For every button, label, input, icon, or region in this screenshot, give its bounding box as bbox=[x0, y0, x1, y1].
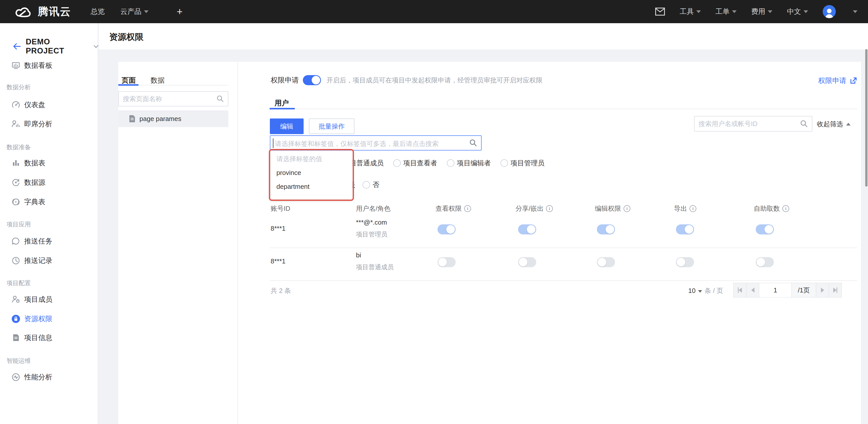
sidebar-item-data-tables[interactable]: 数据表 bbox=[0, 158, 98, 169]
row2-toggle-selfservice[interactable] bbox=[756, 257, 774, 267]
info-icon[interactable] bbox=[464, 205, 471, 212]
user-search-input[interactable] bbox=[699, 116, 793, 131]
permission-request-link[interactable]: 权限申请 bbox=[818, 76, 858, 85]
user-avatar[interactable] bbox=[823, 5, 836, 18]
tab-users[interactable]: 用户 bbox=[275, 98, 289, 108]
search-icon[interactable] bbox=[216, 95, 224, 103]
row2-toggle-edit[interactable] bbox=[597, 257, 615, 267]
collapse-filter-button[interactable]: 收起筛选 bbox=[817, 120, 850, 129]
dropdown-option-province[interactable]: province bbox=[271, 166, 352, 180]
search-icon[interactable] bbox=[800, 119, 808, 128]
mail-icon[interactable] bbox=[655, 7, 665, 16]
sidebar-item-dashboards[interactable]: 仪表盘 bbox=[0, 99, 98, 110]
radio-icon[interactable] bbox=[363, 181, 370, 189]
sidebar-section-project-apps: 项目应用 bbox=[6, 221, 31, 228]
info-icon[interactable] bbox=[624, 205, 630, 212]
info-icon[interactable] bbox=[782, 205, 789, 212]
chevron-up-icon bbox=[846, 123, 850, 125]
role-option[interactable]: 项目编辑者 bbox=[447, 159, 491, 168]
row2-toggle-view[interactable] bbox=[437, 257, 456, 267]
external-link-icon bbox=[849, 77, 858, 85]
nav-add-tab-button[interactable]: + bbox=[177, 6, 183, 18]
tab-data[interactable]: 数据 bbox=[151, 76, 165, 85]
first-page-button[interactable] bbox=[733, 283, 746, 298]
radio-icon[interactable] bbox=[500, 159, 508, 167]
permission-request-desc: 开启后，项目成员可在项目中发起权限申请，经管理员审批可开启对应权限 bbox=[327, 76, 542, 85]
sidebar-item-dictionary-tables[interactable]: 字典表 bbox=[0, 196, 98, 207]
info-icon[interactable] bbox=[689, 205, 696, 212]
page-size-select[interactable]: 10 条 / 页 bbox=[688, 286, 723, 295]
page-number-input[interactable] bbox=[759, 286, 792, 294]
row2-toggle-share[interactable] bbox=[518, 257, 536, 267]
permission-request-label: 权限申请 bbox=[271, 75, 299, 85]
prev-page-button[interactable] bbox=[746, 283, 759, 298]
last-page-button[interactable] bbox=[829, 283, 842, 298]
sidebar-item-project-info[interactable]: 项目信息 bbox=[0, 332, 98, 343]
tab-pages[interactable]: 页面 bbox=[122, 76, 136, 85]
row1-toggle-export[interactable] bbox=[676, 224, 694, 234]
next-page-button[interactable] bbox=[816, 283, 829, 298]
row1-toggle-view[interactable] bbox=[437, 224, 456, 234]
sidebar-item-data-sources[interactable]: 数据源 bbox=[0, 177, 98, 188]
nav-ticket[interactable]: 工单 bbox=[715, 7, 737, 17]
sidebar-section-ops: 智能运维 bbox=[6, 357, 31, 365]
scrollbar-thumb[interactable] bbox=[865, 49, 868, 187]
sidebar-item-dashboard[interactable]: 数据看板 bbox=[0, 60, 98, 71]
sidebar-item-resource-permissions[interactable]: 资源权限 bbox=[0, 313, 98, 324]
prev-page-icon bbox=[751, 288, 754, 293]
row2-toggle-export[interactable] bbox=[676, 257, 694, 267]
page-doc-icon bbox=[128, 115, 136, 123]
row1-toggle-share[interactable] bbox=[518, 224, 536, 234]
app-root: 腾讯云 总览 云产品 + 工具 工单 费用 中文 bbox=[0, 0, 868, 424]
page-title: 资源权限 bbox=[109, 31, 144, 43]
main-panel: 页面 数据 page parames 权限申请 开启后，项目成员可在项目中发起权… bbox=[118, 62, 861, 424]
page-header: 资源权限 bbox=[99, 23, 868, 50]
radio-icon[interactable] bbox=[393, 159, 401, 167]
row2-account-id: 8***1 bbox=[271, 257, 285, 265]
chevron-down-icon[interactable] bbox=[853, 10, 858, 13]
sidebar-item-push-records[interactable]: 推送记录 bbox=[0, 255, 98, 266]
tag-select-input[interactable]: 请选择标签和标签值，仅标签值可多选，最后请点击搜索 bbox=[270, 135, 482, 150]
nav-overview[interactable]: 总览 bbox=[91, 7, 105, 17]
sidebar-item-project-members[interactable]: 项目成员 bbox=[0, 294, 98, 305]
sidebar-section-data-prep: 数据准备 bbox=[6, 143, 31, 151]
page-list-item[interactable]: page parames bbox=[118, 110, 228, 127]
search-icon[interactable] bbox=[469, 139, 477, 147]
chat-bubble-icon bbox=[11, 236, 21, 246]
chevron-down-icon[interactable] bbox=[94, 43, 98, 48]
member-icon bbox=[11, 295, 21, 304]
edit-button[interactable]: 编辑 bbox=[270, 118, 304, 134]
back-arrow-icon[interactable] bbox=[12, 42, 21, 51]
sidebar-item-push-tasks[interactable]: 推送任务 bbox=[0, 236, 98, 247]
info-icon[interactable] bbox=[546, 205, 553, 212]
nav-language[interactable]: 中文 bbox=[787, 7, 808, 17]
next-page-icon bbox=[821, 288, 824, 293]
project-switcher[interactable]: DEMO PROJECT bbox=[12, 37, 98, 55]
row1-toggle-edit[interactable] bbox=[597, 224, 615, 234]
sidebar-section-data-analysis: 数据分析 bbox=[6, 83, 31, 91]
batch-operation-button[interactable]: 批量操作 bbox=[309, 118, 354, 134]
tencent-cloud-logo[interactable]: 腾讯云 bbox=[13, 4, 71, 19]
row1-toggle-selfservice[interactable] bbox=[756, 224, 774, 234]
page-search-input[interactable] bbox=[123, 92, 210, 106]
user-active-tab-indicator bbox=[270, 108, 295, 109]
dropdown-option-department[interactable]: department bbox=[271, 180, 352, 194]
nav-billing[interactable]: 费用 bbox=[751, 7, 772, 17]
sidebar-section-project-config: 项目配置 bbox=[6, 279, 31, 287]
active-tab-indicator bbox=[118, 84, 138, 86]
role-option[interactable]: 项目查看者 bbox=[393, 159, 437, 168]
row2-role: 项目普通成员 bbox=[356, 263, 394, 271]
row1-account-id: 8***1 bbox=[271, 225, 285, 232]
role-option[interactable]: 项目管理员 bbox=[500, 159, 545, 168]
permission-request-toggle[interactable] bbox=[303, 75, 321, 85]
nav-products[interactable]: 云产品 bbox=[120, 7, 149, 17]
nav-tools[interactable]: 工具 bbox=[680, 7, 701, 17]
history-icon bbox=[11, 256, 21, 265]
sidebar-item-performance-analysis[interactable]: 性能分析 bbox=[0, 372, 98, 383]
radio-icon[interactable] bbox=[447, 159, 455, 167]
col-header-view-permission: 查看权限 bbox=[435, 204, 471, 213]
last-page-icon bbox=[833, 288, 837, 293]
role-filter-row: 项目普通成员 项目查看者 项目编辑者 项目管理员 bbox=[333, 159, 545, 168]
top-navbar: 腾讯云 总览 云产品 + 工具 工单 费用 中文 bbox=[0, 0, 868, 23]
sidebar-item-adhoc-analysis[interactable]: 即席分析 bbox=[0, 118, 98, 130]
